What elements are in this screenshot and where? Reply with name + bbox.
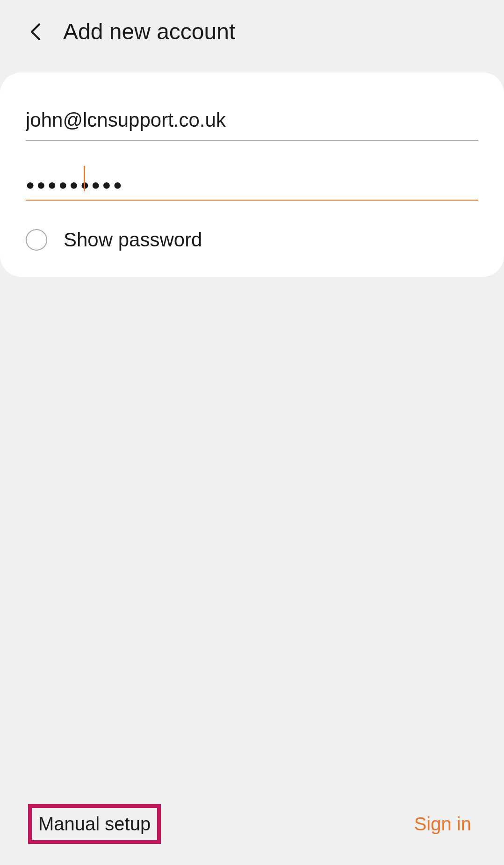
- signin-button[interactable]: Sign in: [414, 814, 476, 835]
- show-password-checkbox[interactable]: [26, 229, 47, 251]
- manual-setup-highlight: Manual setup: [28, 804, 161, 844]
- login-card: ●●●●●●●●● Show password: [0, 72, 504, 277]
- password-field[interactable]: ●●●●●●●●●: [26, 169, 478, 201]
- show-password-row[interactable]: Show password: [26, 229, 478, 251]
- show-password-label: Show password: [64, 229, 202, 251]
- manual-setup-button[interactable]: Manual setup: [38, 814, 151, 835]
- bottom-bar: Manual setup Sign in: [0, 788, 504, 865]
- back-icon[interactable]: [26, 22, 44, 41]
- header: Add new account: [0, 0, 504, 58]
- email-field[interactable]: [26, 105, 478, 141]
- text-cursor: [84, 166, 85, 191]
- email-input-group: [26, 105, 478, 141]
- password-mask: ●●●●●●●●●: [26, 177, 124, 192]
- page-title: Add new account: [63, 19, 235, 44]
- password-input-group: ●●●●●●●●●: [26, 169, 478, 201]
